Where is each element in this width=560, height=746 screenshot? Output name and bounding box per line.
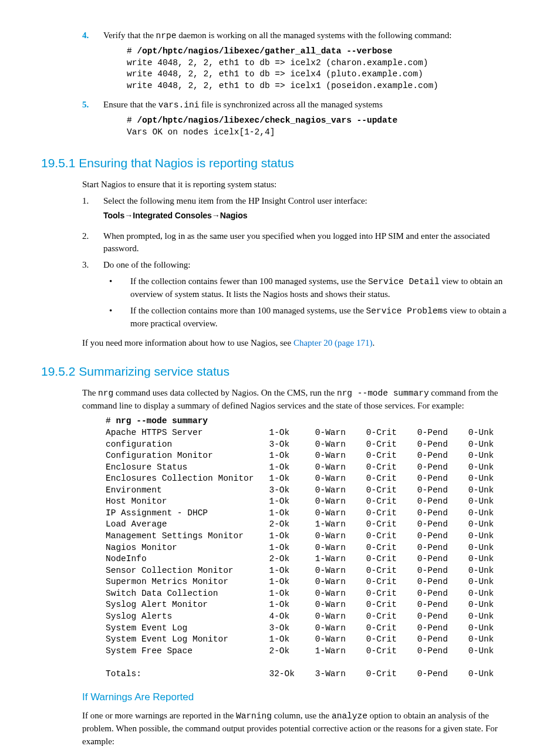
command: nrg --mode summary [116,416,208,426]
step-number: 3. [82,259,103,333]
text: Ensure that the [103,100,158,109]
command: /opt/hptc/nagios/libexec/check_nagios_va… [137,116,397,125]
text: column, use the [272,711,332,720]
menu-path: Tools→Integrated Consoles→Nagios [103,210,507,221]
step-4: 4. Verify that the nrpe daemon is workin… [82,29,507,95]
step-body: Select the following menu item from the … [103,195,507,227]
section-intro: Start Nagios to ensure that it is report… [82,178,507,191]
text: If the collection contains more than 100… [130,306,366,315]
bullet-icon: • [103,305,130,330]
section-paragraph: The nrg command uses data collected by N… [82,387,507,413]
bullet-list: • If the collection contains fewer than … [103,275,507,330]
inline-code: vars.ini [158,100,200,110]
text: If one or more warnings are reported in … [82,711,236,720]
output-line: Vars OK on nodes icelx[1-2,4] [127,127,275,137]
inline-code: Warning [236,711,272,721]
inline-code: Service Detail [368,277,440,286]
summary-rows: Apache HTTPS Server 1-Ok 0-Warn 0-Crit 0… [106,428,494,656]
text: Select the following menu item from the … [103,196,367,205]
bullet-1: • If the collection contains fewer than … [103,275,507,301]
inline-code: nrg --mode summary [337,389,429,398]
text: If you need more information about how t… [82,338,294,347]
numbered-list-continued: 4. Verify that the nrpe daemon is workin… [82,29,507,141]
text: command uses data collected by Nagios. O… [113,388,337,397]
inline-code: Service Problems [366,306,448,316]
text: daemon is working on all the managed sys… [176,31,451,40]
section-heading-1951: 19.5.1 Ensuring that Nagios is reporting… [41,154,507,172]
step-number: 2. [82,230,103,256]
inline-code: analyze [332,711,367,721]
warnings-paragraph: If one or more warnings are reported in … [82,710,507,746]
section-outro: If you need more information about how t… [82,337,507,350]
step-body: Do one of the following: • If the collec… [103,259,507,333]
text: Do one of the following: [103,260,190,269]
output-line: write 4048, 2, 2, eth1 to db => icelx2 (… [127,58,428,67]
output-line: write 4048, 2, 2, eth1 to db => icelx4 (… [127,69,423,79]
step-number: 4. [82,29,103,95]
text: . [372,338,375,347]
step-body: Ensure that the vars.ini file is synchro… [103,99,507,141]
command: /opt/hptc/nagios/libexec/gather_all_data… [137,46,392,56]
subsection-heading-warnings: If Warnings Are Reported [82,690,507,705]
step-5: 5. Ensure that the vars.ini file is sync… [82,99,507,141]
output-line: write 4048, 2, 2, eth1 to db => icelx1 (… [127,81,438,90]
substep-2: 2. When prompted, log in as the same use… [82,230,507,256]
inline-code: nrg [98,389,113,398]
code-block: # /opt/hptc/nagios/libexec/check_nagios_… [127,115,507,138]
section-heading-1952: 19.5.2 Summarizing service status [41,363,507,380]
bullet-icon: • [103,275,130,301]
step-number: 1. [82,195,103,227]
text: Verify that the [103,31,156,40]
summary-output-block: # nrg --mode summary Apache HTTPS Server… [106,416,507,680]
summary-totals: Totals: 32-Ok 3-Warn 0-Crit 0-Pend 0-Unk [106,669,494,679]
cross-reference-link[interactable]: Chapter 20 (page 171) [294,338,373,347]
step-body: When prompted, log in as the same user y… [103,230,507,256]
code-block: # /opt/hptc/nagios/libexec/gather_all_da… [127,46,507,92]
text: file is synchronized across all the mana… [199,100,382,109]
substep-1: 1. Select the following menu item from t… [82,195,507,227]
step-body: Verify that the nrpe daemon is working o… [103,29,507,95]
inline-code: nrpe [156,31,177,40]
step-number: 5. [82,99,103,141]
numbered-list-1951: 1. Select the following menu item from t… [82,195,507,334]
text: When prompted, log in as the same user y… [103,231,490,254]
substep-3: 3. Do one of the following: • If the col… [82,259,507,333]
text: If the collection contains fewer than 10… [130,276,368,286]
bullet-2: • If the collection contains more than 1… [103,305,507,330]
text: The [82,388,98,397]
